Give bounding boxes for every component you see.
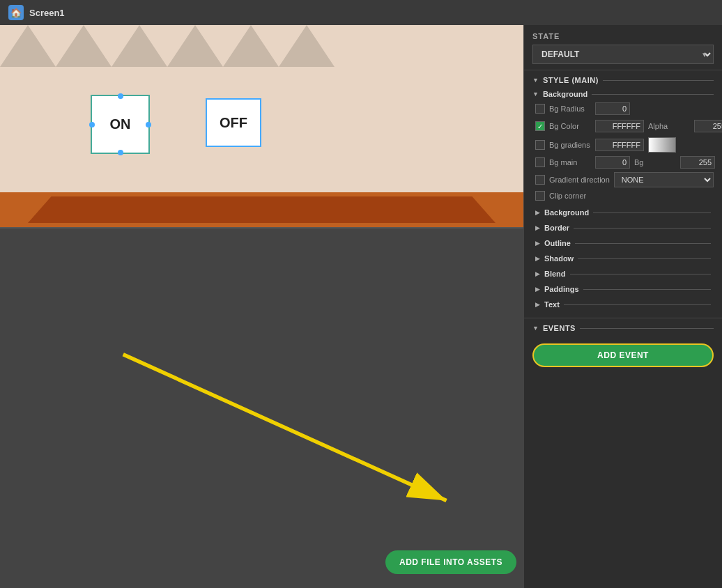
add-assets-button[interactable]: ADD FILE INTO ASSETS <box>385 550 516 574</box>
events-collapse-icon[interactable]: ▼ <box>532 325 539 332</box>
background-collapsible-icon: ▶ <box>535 209 540 216</box>
text-collapsible-divider <box>564 304 711 305</box>
screen-title: Screen1 <box>29 8 65 18</box>
style-section-header: ▼ STYLE (MAIN) <box>532 76 714 84</box>
gradient-dir-checkbox[interactable] <box>535 175 545 185</box>
outline-collapsible-label: Outline <box>544 239 571 247</box>
alpha-input[interactable] <box>694 120 722 132</box>
gradient-swatch[interactable] <box>648 137 676 153</box>
bg-divider <box>592 94 714 95</box>
border-collapsible-divider <box>574 228 711 229</box>
main-area: ON OFF <box>0 25 722 588</box>
clip-corner-label: Clip corner <box>549 192 591 200</box>
state-dropdown-wrap[interactable]: DEFAULT <box>532 45 714 64</box>
bg-collapse-icon[interactable]: ▼ <box>532 91 539 98</box>
bg-main-input[interactable] <box>595 156 630 169</box>
state-section: STATE DEFAULT <box>524 25 722 70</box>
svg-line-1 <box>123 355 447 501</box>
ceiling-tri-2 <box>56 25 112 67</box>
yellow-arrow-svg <box>0 229 523 588</box>
shadow-collapsible-icon: ▶ <box>535 255 540 262</box>
gradient-direction-row: Gradient direction NONE TOP BOTTOM LEFT … <box>532 172 714 187</box>
background-sub-section: ▼ Background Bg Radius Bg Color Alpha <box>532 90 714 201</box>
events-section: ▼ EVENTS ADD EVENT <box>524 318 722 373</box>
screen-icon: 🏠 <box>8 5 24 20</box>
outline-collapsible[interactable]: ▶Outline <box>532 235 714 251</box>
floor-inner <box>28 196 496 223</box>
top-bar: 🏠 Screen1 <box>0 0 722 25</box>
style-section-label: STYLE (MAIN) <box>543 76 599 84</box>
bg-color-row: Bg Color Alpha <box>532 118 714 134</box>
text-collapsible[interactable]: ▶Text <box>532 297 714 312</box>
right-panel: STATE DEFAULT ▼ STYLE (MAIN) ▼ Backgroun… <box>523 25 722 588</box>
bg-label: Bg <box>634 158 676 167</box>
add-event-button[interactable]: ADD EVENT <box>532 343 714 367</box>
shadow-collapsible-label: Shadow <box>544 254 574 263</box>
blend-collapsible[interactable]: ▶Blend <box>532 266 714 281</box>
handle-bottom <box>118 150 123 155</box>
toggle-off-label: OFF <box>220 115 247 131</box>
bg-radius-row: Bg Radius <box>532 102 714 115</box>
shadow-collapsible-divider <box>578 258 711 259</box>
outline-collapsible-divider <box>575 243 711 244</box>
style-section: ▼ STYLE (MAIN) ▼ Background Bg Radius <box>524 70 722 318</box>
floor-decoration <box>0 192 523 227</box>
background-collapsible-divider <box>593 212 711 213</box>
alpha-label: Alpha <box>648 122 690 130</box>
gradient-dir-select[interactable]: NONE TOP BOTTOM LEFT RIGHT <box>614 172 714 187</box>
handle-top <box>118 93 123 99</box>
ceiling-tri-6 <box>279 25 335 67</box>
bg-main-label: Bg main <box>549 158 591 167</box>
paddings-collapsible-label: Paddings <box>544 285 579 293</box>
bg-main-checkbox[interactable] <box>535 157 545 167</box>
bg-color-label: Bg Color <box>549 122 591 130</box>
toggle-off-button[interactable]: OFF <box>206 98 261 147</box>
text-collapsible-label: Text <box>544 300 560 309</box>
assets-content <box>0 229 523 588</box>
state-select[interactable]: DEFAULT <box>532 45 714 64</box>
collapsible-items-container: ▶Background▶Border▶Outline▶Shadow▶Blend▶… <box>532 205 714 312</box>
canvas-area: ON OFF <box>0 25 523 588</box>
background-collapsible[interactable]: ▶Background <box>532 205 714 220</box>
bg-radius-input[interactable] <box>595 102 630 115</box>
gradient-dir-dropdown-wrap[interactable]: NONE TOP BOTTOM LEFT RIGHT <box>614 172 714 187</box>
bg-radius-label: Bg Radius <box>549 105 591 113</box>
ceiling-tri-4 <box>167 25 223 67</box>
outline-collapsible-icon: ▶ <box>535 240 540 247</box>
style-divider <box>603 80 714 81</box>
border-collapsible-icon: ▶ <box>535 224 540 231</box>
bg-main-row: Bg main Bg <box>532 156 714 169</box>
background-collapsible-label: Background <box>544 208 589 217</box>
bg-radius-checkbox[interactable] <box>535 104 545 114</box>
handle-right <box>146 122 151 127</box>
blend-collapsible-label: Blend <box>544 270 566 278</box>
bg-gradiens-input[interactable] <box>595 139 644 151</box>
paddings-collapsible-divider <box>583 289 711 290</box>
ceiling-tri-3 <box>112 25 167 67</box>
events-divider <box>580 328 714 329</box>
border-collapsible-label: Border <box>544 224 569 232</box>
clip-corner-checkbox[interactable] <box>535 191 545 201</box>
border-collapsible[interactable]: ▶Border <box>532 220 714 235</box>
paddings-collapsible-icon: ▶ <box>535 286 540 293</box>
blend-collapsible-icon: ▶ <box>535 270 540 277</box>
bg-gradiens-row: Bg gradiens <box>532 137 714 153</box>
blend-collapsible-divider <box>570 274 711 274</box>
toggle-on-button[interactable]: ON <box>91 95 150 154</box>
handle-left <box>89 122 95 127</box>
bg-input[interactable] <box>680 156 715 169</box>
state-label: STATE <box>532 32 714 40</box>
background-label: Background <box>543 90 587 98</box>
style-collapse-icon[interactable]: ▼ <box>532 77 539 84</box>
bg-color-checkbox[interactable] <box>535 121 545 131</box>
paddings-collapsible[interactable]: ▶Paddings <box>532 281 714 297</box>
text-collapsible-icon: ▶ <box>535 301 540 308</box>
ceiling-decoration <box>0 25 523 67</box>
events-label: EVENTS <box>543 324 576 332</box>
events-section-header: ▼ EVENTS <box>532 324 714 332</box>
bg-gradiens-checkbox[interactable] <box>535 140 545 150</box>
shadow-collapsible[interactable]: ▶Shadow <box>532 251 714 266</box>
preview-scene: ON OFF <box>0 25 523 227</box>
bg-color-input[interactable] <box>595 120 644 132</box>
clip-corner-row: Clip corner <box>532 191 714 201</box>
